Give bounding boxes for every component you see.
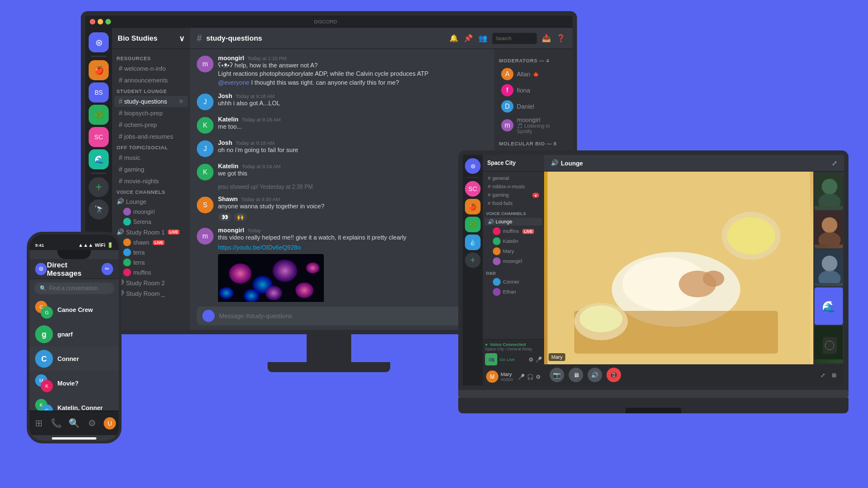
server-icon-2[interactable]: BS [89, 82, 109, 103]
new-dm-button[interactable]: ✏ [101, 263, 113, 275]
channel-settings-icon[interactable]: ⚙ [179, 99, 183, 104]
screen-share-button[interactable]: 🖥 [569, 368, 583, 382]
group-avatar-kc: K C [35, 399, 53, 411]
member-item-allan[interactable]: A Allan 🍁 [497, 66, 570, 82]
channel-gaming[interactable]: # gaming [114, 164, 188, 175]
laptop-channel-food[interactable]: # food-fails [484, 199, 542, 207]
dm-item-movie[interactable]: M K Movie? [30, 371, 119, 396]
server-icon-3[interactable]: 🌿 [89, 105, 109, 125]
phone-nav-channels[interactable]: ⊞ [31, 416, 46, 431]
laptop-server-header[interactable]: Space City [483, 155, 544, 172]
dm-info: Movie? [57, 380, 113, 387]
inbox-icon[interactable]: 📥 [541, 33, 551, 43]
voice-user-katelin: Katelin [483, 236, 544, 246]
go-live-button[interactable]: 📺 [485, 353, 497, 365]
channel-announcements[interactable]: # announcements [114, 75, 188, 86]
phone-notch [57, 250, 91, 259]
laptop-server-icon-2[interactable]: 🍎 [465, 199, 481, 214]
laptop: ⊛ SC 🍎 🌿 💧 + Space City # [458, 150, 848, 429]
voice-icon: 🔊 [117, 198, 124, 205]
voice-noise-icon[interactable]: 🎤 [535, 357, 542, 363]
phone-nav-search[interactable]: 🔍 [66, 416, 82, 431]
member-item-moongirl[interactable]: m moongirl 🎵 Listening to Spotify [497, 115, 570, 136]
dm-item-katelin-conner[interactable]: K C Katelin, Conner [30, 396, 119, 411]
laptop-server-icon-4[interactable]: 💧 [465, 235, 481, 250]
headphone-icon[interactable]: 🎧 [527, 374, 534, 380]
expand-button-2[interactable]: ⊞ [830, 370, 838, 379]
laptop-server-discord-icon[interactable]: ⊛ [465, 158, 481, 174]
dm-item-canoe-crew[interactable]: C G Canoe Crew [30, 297, 119, 322]
phone-search-bar[interactable]: 🔍 Find a conversation [34, 282, 114, 294]
volume-button[interactable]: 🔊 [588, 368, 602, 382]
channel-study-questions[interactable]: # study-questions ⚙ [114, 96, 188, 107]
bio-cells-svg [218, 254, 324, 302]
channel-music[interactable]: # music [114, 152, 188, 163]
status-emoji: 🍁 [532, 71, 539, 77]
laptop-channel-general[interactable]: # general [484, 174, 542, 182]
add-server-button[interactable]: + [89, 177, 109, 197]
explore-server-button[interactable]: 🔭 [89, 199, 109, 219]
laptop-add-server-button[interactable]: + [465, 252, 481, 268]
phone-dm-header: ⊛ Direct Messages ✏ [30, 259, 119, 279]
dm-avatar-conner: C [35, 350, 53, 368]
voice-settings-icon[interactable]: ⚙ [528, 357, 534, 363]
message-header: Katelin Today at 9:24 AM [218, 163, 488, 169]
server-name-header[interactable]: Bio Studies ∨ [112, 28, 190, 49]
message-username: Josh [218, 139, 232, 146]
channel-jobs[interactable]: # jobs-and-resumes [114, 131, 188, 142]
channel-biopsych[interactable]: # biopsych-prep [114, 108, 188, 119]
end-call-button[interactable]: 📵 [607, 368, 621, 382]
voice-channel-study2[interactable]: 🔊 Study Room 2 [112, 277, 190, 288]
laptop-server-icon-1[interactable]: SC [465, 181, 481, 197]
phone-nav-mentions[interactable]: ⚙ [84, 416, 100, 431]
channel-welcome[interactable]: # welcome-n-info [114, 63, 188, 74]
channel-movies[interactable]: # movie-nights [114, 175, 188, 187]
laptop-server-icon-3[interactable]: 🌿 [465, 217, 481, 232]
dm-item-gnarf[interactable]: g gnarf [30, 322, 119, 347]
dm-info: Canoe Crew [57, 306, 113, 313]
laptop-channel-gaming[interactable]: # gaming ● [484, 191, 542, 199]
voice-user-terra: terra [112, 247, 190, 257]
group-avatar-movie-2: K [41, 380, 53, 392]
voice-channel-study3[interactable]: 🔊 Study Room _ [112, 288, 190, 299]
close-button[interactable] [90, 19, 95, 25]
member-item-daniel[interactable]: D Daniel [497, 99, 570, 114]
server-icon-5[interactable]: 🌊 [89, 149, 109, 169]
search-bar[interactable] [492, 33, 537, 44]
live-badge: LIVE [522, 229, 535, 234]
go-live-label[interactable]: Go Live [500, 357, 515, 362]
notification-bell-icon[interactable]: 🔔 [449, 33, 459, 43]
laptop-channel-roblox[interactable]: # roblox-n-music [484, 183, 542, 191]
channel-ochem[interactable]: # ochem-prep [114, 119, 188, 130]
laptop-server-name: Space City [487, 160, 516, 166]
search-placeholder: Find a conversation [49, 285, 98, 291]
member-info: Allan 🍁 [517, 71, 539, 77]
video-embed[interactable]: ▶ [218, 254, 324, 302]
expand-button-1[interactable]: ⤢ [818, 370, 827, 379]
maximize-button[interactable] [105, 19, 111, 25]
reaction-emoji[interactable]: 👀 [218, 213, 231, 221]
moderators-category: MODERATORS — 4 [494, 53, 573, 66]
dm-item-conner[interactable]: C Conner [30, 347, 119, 371]
pin-icon[interactable]: 📌 [463, 33, 473, 43]
phone-nav-profile[interactable]: U [102, 416, 118, 431]
search-input[interactable] [496, 36, 534, 41]
camera-button[interactable]: 📷 [550, 368, 564, 382]
mic-icon[interactable]: 🎤 [518, 374, 525, 380]
server-icon-discord[interactable]: ⊛ [89, 32, 109, 52]
user-avatar [493, 247, 501, 255]
fullscreen-icon[interactable]: ⤢ [832, 159, 837, 167]
minimize-button[interactable] [98, 19, 103, 25]
laptop-channel-lounge[interactable]: 🔊 Lounge [484, 218, 542, 226]
settings-icon[interactable]: ⚙ [536, 374, 541, 380]
server-icon-4[interactable]: SC [89, 127, 109, 147]
member-item-fiona[interactable]: f fiona [497, 82, 570, 98]
phone-nav-dm[interactable]: 📞 [49, 416, 64, 431]
help-icon[interactable]: ❓ [556, 33, 566, 43]
reaction-emoji-2[interactable]: 🙌 [234, 213, 247, 221]
video-link[interactable]: https://youtu.be/OIDv6eQ928o [218, 244, 301, 251]
discord-avatar[interactable]: ⊛ [35, 263, 47, 275]
members-icon[interactable]: 👥 [478, 33, 488, 43]
server-icon-1[interactable]: 🍎 [89, 60, 109, 80]
chat-header: # study-questions 🔔 📌 👥 📥 ❓ [190, 28, 573, 49]
